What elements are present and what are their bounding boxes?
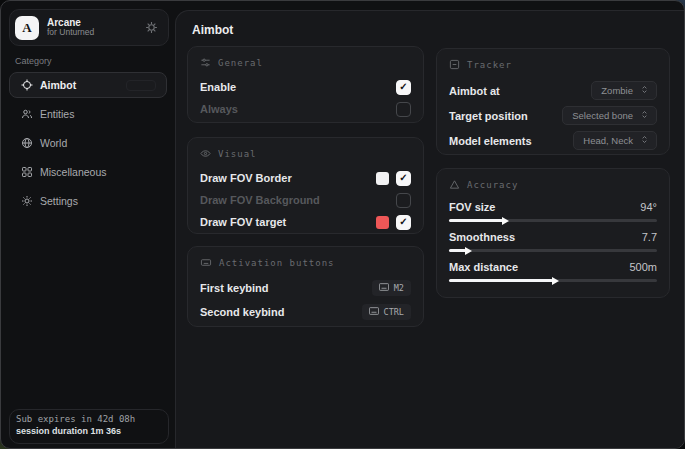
fov-target-color-swatch[interactable]: [376, 216, 389, 229]
target-position-select[interactable]: Selected bone: [562, 106, 657, 125]
slider-handle[interactable]: [502, 217, 509, 225]
setting-label: Draw FOV Border: [200, 172, 292, 184]
sidebar-item-settings[interactable]: Settings: [9, 188, 167, 214]
setting-row: Draw FOV Background: [200, 189, 411, 211]
setting-row: Draw FOV Border: [200, 167, 411, 189]
fov-background-checkbox[interactable]: [396, 193, 411, 208]
setting-row: Model elements Head, Neck: [449, 128, 657, 153]
max-distance-slider[interactable]: [449, 279, 657, 282]
sidebar-nav: Aimbot Entities World: [9, 72, 167, 217]
category-label: Category: [15, 56, 52, 66]
unfold-icon: [640, 110, 649, 121]
subscription-card: Sub expires in 42d 08h session duration …: [9, 409, 169, 444]
fov-border-color-swatch[interactable]: [376, 172, 389, 185]
model-elements-select[interactable]: Head, Neck: [573, 131, 657, 150]
sidebar-item-aimbot[interactable]: Aimbot: [9, 72, 167, 98]
select-value: Head, Neck: [583, 135, 633, 146]
smoothness-slider[interactable]: [449, 249, 657, 252]
keyboard-icon: [369, 307, 379, 317]
focus-icon: [449, 59, 460, 72]
fov-size-slider[interactable]: [449, 219, 657, 222]
page-title: Aimbot: [192, 23, 233, 37]
accuracy-card-title: Accuracy: [467, 180, 518, 190]
sliders-icon: [200, 57, 211, 70]
keybind-hint-pill: [126, 80, 156, 91]
slider-group: Max distance 500m: [449, 258, 657, 282]
general-card-header: General: [200, 56, 411, 70]
setting-row: Draw FOV target: [200, 211, 411, 233]
slider-fill: [449, 219, 503, 222]
activation-card: Activation buttons First keybind M2: [187, 246, 424, 327]
setting-label: FOV size: [449, 201, 495, 213]
fov-border-checkbox[interactable]: [396, 171, 411, 186]
setting-row: Always: [200, 98, 411, 120]
smoothness-value: 7.7: [642, 231, 657, 243]
setting-label: Aimbot at: [449, 85, 500, 97]
max-distance-value: 500m: [629, 261, 657, 273]
app-logo: A: [15, 16, 39, 40]
session-duration-text: session duration 1m 36s: [16, 426, 160, 436]
sidebar-item-miscellaneous[interactable]: Miscellaneous: [9, 159, 167, 185]
sidebar-item-entities[interactable]: Entities: [9, 101, 167, 127]
sidebar-item-label: Aimbot: [40, 79, 76, 91]
slider-group: Smoothness 7.7: [449, 228, 657, 252]
setting-row: Aimbot at Zombie: [449, 78, 657, 103]
grid-icon: [20, 166, 33, 178]
keyboard-icon: [200, 257, 212, 270]
setting-label: Target position: [449, 110, 528, 122]
slider-group: FOV size 94°: [449, 198, 657, 222]
sidebar-item-label: Entities: [40, 108, 74, 120]
fov-size-value: 94°: [640, 201, 657, 213]
activation-card-title: Activation buttons: [219, 258, 335, 268]
slider-handle[interactable]: [465, 247, 472, 255]
enable-checkbox[interactable]: [396, 80, 411, 95]
setting-label: Draw FOV Background: [200, 194, 320, 206]
crosshair-icon: [20, 79, 33, 91]
setting-row: Enable: [200, 76, 411, 98]
main-panel: Aimbot General Enable Always: [175, 10, 684, 448]
tracker-card-title: Tracker: [467, 60, 512, 70]
fov-target-checkbox[interactable]: [396, 215, 411, 230]
gear-icon[interactable]: [145, 21, 158, 34]
tracker-card: Tracker Aimbot at Zombie Target: [436, 48, 670, 155]
select-value: Selected bone: [572, 110, 633, 121]
eye-icon: [200, 148, 211, 161]
second-keybind-button[interactable]: CTRL: [362, 304, 411, 320]
triangle-icon: [449, 179, 460, 192]
sub-expiry-text: Sub expires in 42d 08h: [16, 414, 160, 424]
keybind-value: CTRL: [384, 307, 404, 317]
setting-label: Enable: [200, 81, 236, 93]
keybind-value: M2: [394, 283, 404, 293]
unfold-icon: [640, 85, 649, 96]
accuracy-card: Accuracy FOV size 94° Smoothness 7.7: [436, 168, 670, 298]
sidebar-item-world[interactable]: World: [9, 130, 167, 156]
select-value: Zombie: [601, 85, 633, 96]
app-subtitle: for Unturned: [47, 28, 94, 38]
globe-icon: [20, 137, 33, 149]
slider-handle[interactable]: [552, 277, 559, 285]
first-keybind-button[interactable]: M2: [372, 280, 411, 296]
app-header-card: A Arcane for Unturned: [9, 9, 169, 46]
accuracy-card-header: Accuracy: [449, 178, 657, 192]
always-checkbox[interactable]: [396, 102, 411, 117]
general-card-title: General: [218, 58, 263, 68]
app-window: A Arcane for Unturned Category A: [0, 0, 685, 449]
slider-fill: [449, 249, 466, 252]
setting-row: First keybind M2: [200, 276, 411, 300]
sidebar-item-label: Miscellaneous: [40, 166, 107, 178]
activation-card-header: Activation buttons: [200, 256, 411, 270]
setting-label: Model elements: [449, 135, 532, 147]
app-meta: Arcane for Unturned: [47, 17, 94, 38]
setting-label: Draw FOV target: [200, 216, 286, 228]
visual-card-title: Visual: [218, 149, 257, 159]
visual-card-header: Visual: [200, 147, 411, 161]
setting-label: Second keybind: [200, 306, 284, 318]
sidebar-item-label: World: [40, 137, 67, 149]
sidebar: A Arcane for Unturned Category A: [1, 1, 175, 448]
general-card: General Enable Always: [187, 46, 424, 123]
aimbot-at-select[interactable]: Zombie: [591, 81, 657, 100]
visual-card: Visual Draw FOV Border Draw FOV Backgrou…: [187, 137, 424, 234]
setting-label: Smoothness: [449, 231, 515, 243]
tracker-card-header: Tracker: [449, 58, 657, 72]
entities-icon: [20, 108, 33, 120]
